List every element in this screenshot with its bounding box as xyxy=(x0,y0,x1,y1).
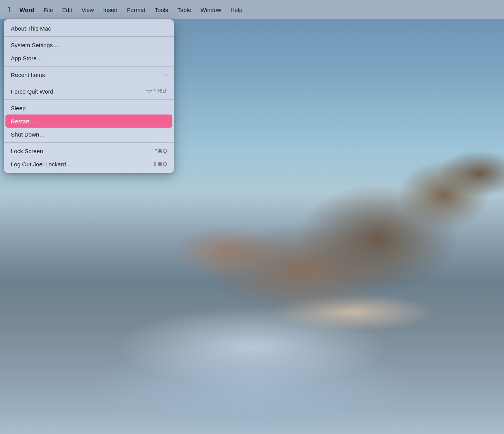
menu-item-system-settings[interactable]: System Settings… xyxy=(4,38,174,51)
menubar-item-format[interactable]: Format xyxy=(122,5,150,15)
lock-screen-shortcut: ^⌘Q xyxy=(155,148,167,154)
menubar-item-insert[interactable]: Insert xyxy=(99,5,123,15)
menubar-item-window[interactable]: Window xyxy=(196,5,226,15)
force-quit-word-label: Force Quit Word xyxy=(11,88,53,95)
menubar-item-table[interactable]: Table xyxy=(173,5,196,15)
recent-items-label: Recent Items xyxy=(11,72,45,78)
restart-label: Restart… xyxy=(11,118,35,125)
menubar:  Word File Edit View Insert Format Tool… xyxy=(0,0,504,19)
menubar-item-word[interactable]: Word xyxy=(15,5,39,15)
apple-logo-icon:  xyxy=(8,6,10,14)
log-out-shortcut: ⇧⌘Q xyxy=(153,161,167,167)
recent-items-chevron-icon: › xyxy=(165,72,167,78)
sleep-label: Sleep xyxy=(11,105,26,111)
separator-3 xyxy=(4,83,174,83)
menubar-item-help[interactable]: Help xyxy=(226,5,247,15)
apple-menu-button[interactable]:  xyxy=(3,4,15,15)
menu-item-sleep[interactable]: Sleep xyxy=(4,101,174,114)
menu-item-recent-items[interactable]: Recent Items › xyxy=(4,68,174,81)
menu-item-force-quit-word[interactable]: Force Quit Word ⌥⇧⌘↺ xyxy=(4,85,174,98)
app-store-label: App Store… xyxy=(11,55,43,62)
menubar-item-edit[interactable]: Edit xyxy=(58,5,77,15)
menu-item-lock-screen[interactable]: Lock Screen ^⌘Q xyxy=(4,144,174,157)
menu-item-log-out[interactable]: Log Out Joel Lockard… ⇧⌘Q xyxy=(4,157,174,171)
about-this-mac-label: About This Mac xyxy=(11,25,51,32)
apple-dropdown-menu: About This Mac System Settings… App Stor… xyxy=(4,19,174,173)
force-quit-shortcut: ⌥⇧⌘↺ xyxy=(146,88,167,94)
system-settings-label: System Settings… xyxy=(11,42,58,48)
log-out-label: Log Out Joel Lockard… xyxy=(11,161,72,167)
menu-item-restart[interactable]: Restart… xyxy=(5,114,172,128)
menu-item-app-store[interactable]: App Store… xyxy=(4,51,174,65)
lock-screen-label: Lock Screen xyxy=(11,148,43,154)
separator-2 xyxy=(4,66,174,67)
menubar-item-view[interactable]: View xyxy=(77,5,99,15)
shut-down-label: Shut Down… xyxy=(11,131,45,138)
menu-item-shut-down[interactable]: Shut Down… xyxy=(4,128,174,141)
menu-item-about-this-mac[interactable]: About This Mac xyxy=(4,22,174,35)
separator-4 xyxy=(4,99,174,100)
menubar-item-file[interactable]: File xyxy=(39,5,58,15)
separator-1 xyxy=(4,36,174,37)
separator-5 xyxy=(4,142,174,143)
menubar-item-tools[interactable]: Tools xyxy=(150,5,173,15)
